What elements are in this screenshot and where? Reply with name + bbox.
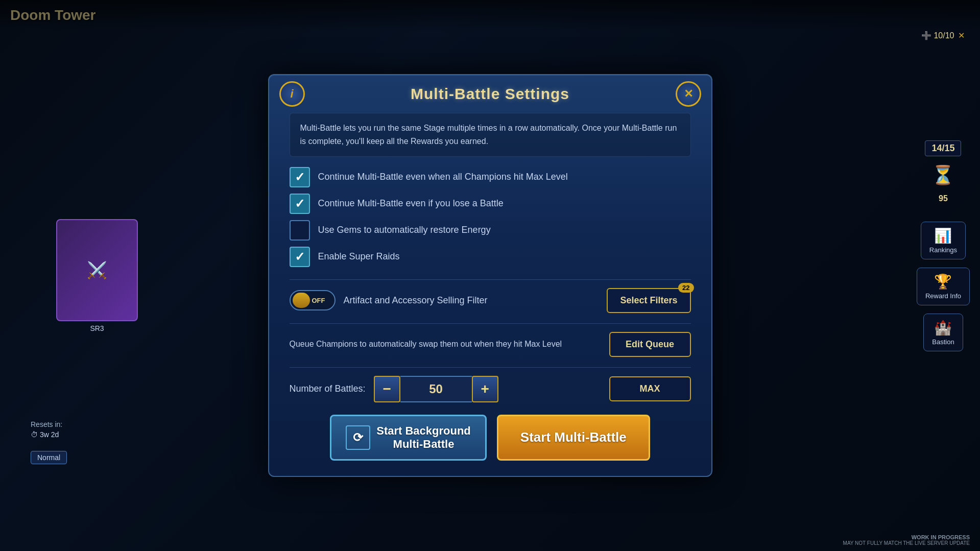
reward-info-button[interactable]: 🏆 Reward Info — [917, 268, 970, 305]
filter-description: Artifact and Accessory Selling Filter — [344, 295, 599, 306]
sr3-image: ⚔️ — [56, 219, 138, 321]
clock-icon: ⏱ — [31, 430, 38, 439]
modal-description: Multi-Battle lets you run the same Stage… — [290, 113, 691, 156]
battles-value-display: 50 — [400, 376, 472, 402]
filter-badge: 22 — [678, 283, 694, 293]
resets-info: Resets in: ⏱ 3w 2d — [31, 420, 62, 439]
edit-queue-button[interactable]: Edit Queue — [609, 332, 691, 357]
watermark: WORK IN PROGRESS MAY NOT FULLY MATCH THE… — [843, 534, 970, 546]
battles-decrease-button[interactable]: − — [374, 376, 400, 402]
rankings-icon: 📊 — [934, 227, 952, 244]
divider-2 — [290, 323, 691, 324]
battles-row: Number of Battles: − 50 + MAX — [290, 376, 691, 402]
difficulty-badge: Normal — [31, 451, 67, 464]
modal-title: Multi-Battle Settings — [411, 85, 569, 103]
start-background-battle-button[interactable]: ⟳ Start BackgroundMulti-Battle — [330, 415, 487, 461]
checkbox-label-1: Continue Multi-Battle even when all Cham… — [318, 172, 568, 182]
divider-1 — [290, 279, 691, 280]
modal-overlay: i Multi-Battle Settings ✕ Multi-Battle l… — [0, 0, 980, 551]
stage-counter: 14/15 — [925, 140, 961, 156]
checkbox-label-2: Continue Multi-Battle even if you lose a… — [318, 198, 504, 209]
plus-icon: ➕ — [921, 31, 931, 40]
bastion-icon: 🏰 — [934, 319, 952, 336]
battle-count: 95 — [939, 194, 948, 203]
filter-row: OFF Artifact and Accessory Selling Filte… — [290, 288, 691, 313]
watermark-line2: MAY NOT FULLY MATCH THE LIVE SERVER UPDA… — [843, 540, 970, 546]
checkbox-item-1[interactable]: Continue Multi-Battle even when all Cham… — [290, 167, 691, 187]
top-counter: ➕ 10/10 ✕ — [921, 31, 965, 40]
toggle-state-label: OFF — [312, 297, 325, 304]
checkbox-label-3: Use Gems to automatically restore Energy — [318, 225, 491, 235]
max-button[interactable]: MAX — [609, 376, 691, 401]
rankings-button[interactable]: 📊 Rankings — [921, 222, 966, 259]
filter-toggle[interactable]: OFF — [290, 290, 336, 310]
checkbox-item-2[interactable]: Continue Multi-Battle even if you lose a… — [290, 194, 691, 214]
checkbox-item-4[interactable]: Enable Super Raids — [290, 247, 691, 267]
resets-title: Resets in: — [31, 420, 62, 428]
sr3-label: SR3 — [56, 324, 138, 332]
checkbox-label-4: Enable Super Raids — [318, 251, 400, 262]
start-background-label: Start BackgroundMulti-Battle — [376, 424, 471, 451]
toggle-circle — [293, 293, 310, 308]
sr3-card: ⚔️ SR3 — [56, 219, 138, 332]
start-multi-battle-button[interactable]: Start Multi-Battle — [497, 415, 650, 461]
info-button[interactable]: i — [279, 81, 305, 107]
checkbox-2[interactable] — [290, 194, 310, 214]
resets-time: ⏱ 3w 2d — [31, 430, 62, 439]
close-button[interactable]: ✕ — [676, 81, 701, 107]
divider-3 — [290, 367, 691, 368]
battles-increase-button[interactable]: + — [472, 376, 498, 402]
bastion-button[interactable]: 🏰 Bastion — [923, 314, 963, 351]
checkbox-4[interactable] — [290, 247, 310, 267]
right-panel: ➕ 10/10 ✕ 14/15 ⏳ 95 📊 Rankings 🏆 Reward… — [917, 31, 970, 351]
battles-controls: − 50 + — [374, 376, 601, 402]
close-icon-right[interactable]: ✕ — [958, 31, 965, 40]
modal-container: i Multi-Battle Settings ✕ Multi-Battle l… — [268, 74, 712, 476]
checkbox-item-3[interactable]: Use Gems to automatically restore Energy — [290, 220, 691, 241]
modal-header: i Multi-Battle Settings ✕ — [290, 85, 691, 103]
checkbox-1[interactable] — [290, 167, 310, 187]
battles-label: Number of Battles: — [290, 384, 366, 394]
checkbox-3[interactable] — [290, 220, 310, 241]
watermark-line1: WORK IN PROGRESS — [843, 534, 970, 540]
checkbox-list: Continue Multi-Battle even when all Cham… — [290, 167, 691, 267]
select-filters-button[interactable]: 22 Select Filters — [607, 288, 690, 313]
hourglass-icon: ⏳ — [931, 164, 954, 186]
background-battle-icon: ⟳ — [346, 425, 370, 450]
queue-description: Queue Champions to automatically swap th… — [290, 339, 601, 350]
queue-row: Queue Champions to automatically swap th… — [290, 332, 691, 357]
action-row: ⟳ Start BackgroundMulti-Battle Start Mul… — [290, 415, 691, 461]
reward-icon: 🏆 — [934, 273, 952, 290]
select-filters-label: Select Filters — [620, 295, 677, 305]
